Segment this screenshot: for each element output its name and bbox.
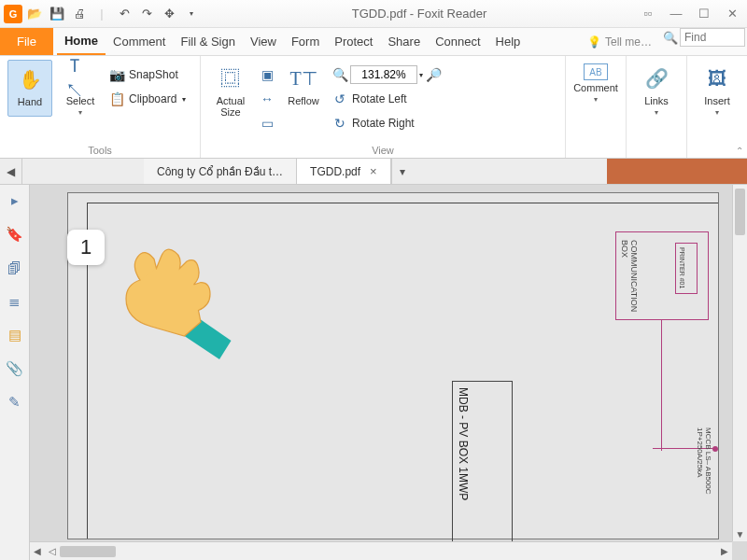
qat-dropdown-icon[interactable]: ▾	[181, 4, 202, 24]
fit-width-button[interactable]: ↔	[259, 88, 275, 110]
rotate-right-button[interactable]: ↻ Rotate Right	[331, 112, 442, 134]
find-box: 🔍	[663, 28, 747, 47]
reflow-button[interactable]: T⊤ Reflow	[281, 60, 326, 134]
comment-button[interactable]: AB Comment ▾	[573, 60, 618, 104]
printer-label: PRINTER #01	[679, 247, 685, 288]
collapse-ribbon-icon[interactable]: ⌃	[736, 146, 743, 156]
tabs-scroll-left[interactable]: ◀	[0, 159, 22, 184]
close-icon[interactable]: ✕	[721, 5, 743, 23]
doc-tab-1-label: Công ty Cổ phần Đầu t…	[157, 165, 283, 178]
tell-me[interactable]: 💡 Tell me…	[582, 28, 657, 55]
rotate-left-button[interactable]: ↺ Rotate Left	[331, 88, 442, 110]
printer-box: PRINTER #01	[675, 243, 698, 294]
search-icon[interactable]: 🔍	[663, 31, 680, 45]
separator: |	[92, 4, 112, 24]
fit-page-button[interactable]: ▣	[259, 63, 275, 86]
scroll-left-icon[interactable]: ◀	[30, 546, 45, 556]
scroll-left2-icon[interactable]: ◁	[45, 546, 60, 556]
fit-visible-icon: ▭	[259, 116, 275, 131]
orange-strip	[607, 159, 747, 184]
redo-icon[interactable]: ↷	[136, 4, 157, 24]
chevron-down-icon[interactable]: ▾	[419, 71, 423, 79]
camera-icon: 📷	[108, 67, 125, 82]
hand-tool-button[interactable]: ✋ Hand	[7, 60, 52, 117]
open-icon[interactable]: 📂	[24, 4, 45, 24]
print-icon[interactable]: 🖨	[69, 4, 90, 24]
vscroll-thumb[interactable]	[735, 189, 745, 235]
tab-form[interactable]: Form	[284, 28, 327, 55]
comments-icon[interactable]: ▤	[5, 325, 25, 345]
tab-home[interactable]: Home	[57, 28, 106, 55]
insert-icon: 🖼	[702, 63, 732, 93]
chevron-down-icon: ▾	[715, 108, 719, 117]
rotate-right-icon: ↻	[331, 116, 348, 131]
doc-tab-2-label: TGDD.pdf	[310, 165, 360, 178]
doc-tab-1[interactable]: Công ty Cổ phần Đầu t…	[144, 159, 297, 184]
tab-share[interactable]: Share	[380, 28, 428, 55]
file-menu[interactable]: File	[0, 28, 53, 55]
signatures-icon[interactable]: ✎	[5, 392, 25, 413]
ribbon-group-view: ⿴ Actual Size ▣ ↔ ▭ T⊤ Reflow 🔍 ▾ 🔎	[201, 56, 566, 158]
attachments-icon[interactable]: 📎	[5, 358, 25, 379]
zoom-out-icon[interactable]: 🔍	[331, 67, 348, 82]
insert-button[interactable]: 🖼 Insert ▾	[695, 60, 740, 117]
document-view[interactable]: COMMUNICATION BOX PRINTER #01 MDB - PV B…	[30, 185, 747, 560]
hscroll-thumb[interactable]	[60, 546, 116, 557]
scroll-down-icon[interactable]: ▼	[733, 526, 747, 541]
zoom-input[interactable]	[350, 65, 417, 84]
hand-label: Hand	[18, 96, 42, 107]
select-tool-button[interactable]: Ｔ↖ Select ▾	[58, 60, 103, 117]
tell-me-label: Tell me…	[605, 35, 652, 49]
snapshot-button[interactable]: 📷 SnapShot	[108, 63, 186, 86]
app-icon: G	[4, 5, 22, 23]
pages-icon[interactable]: 🗐	[5, 258, 25, 278]
tab-comment[interactable]: Comment	[106, 28, 173, 55]
rotate-left-label: Rotate Left	[352, 92, 407, 105]
actual-size-button[interactable]: ⿴ Actual Size	[208, 60, 253, 134]
horizontal-scrollbar[interactable]: ◀ ◁ ▶	[30, 541, 732, 560]
menu-bar: File Home Comment Fill & Sign View Form …	[0, 28, 747, 56]
tab-view[interactable]: View	[243, 28, 284, 55]
layers-icon[interactable]: ≣	[5, 291, 25, 312]
ribbon-group-links: 🔗 Links ▾	[627, 56, 687, 158]
callout-number: 1	[67, 230, 105, 265]
doc-tab-2[interactable]: TGDD.pdf ×	[297, 159, 391, 184]
zoom-control: 🔍 ▾ 🔎	[331, 63, 442, 86]
vertical-scrollbar[interactable]: ▲ ▼	[732, 185, 747, 541]
drawing: COMMUNICATION BOX PRINTER #01 MDB - PV B…	[87, 203, 718, 539]
links-button[interactable]: 🔗 Links ▾	[634, 60, 679, 117]
window-title: TGDD.pdf - Foxit Reader	[202, 7, 637, 21]
tab-protect[interactable]: Protect	[327, 28, 380, 55]
ribbon-group-tools: ✋ Hand Ｔ↖ Select ▾ 📷 SnapShot 📋 Clipboar…	[0, 56, 201, 158]
chevron-down-icon: ▾	[655, 108, 658, 117]
save-icon[interactable]: 💾	[47, 4, 67, 24]
skin-icon[interactable]: ▫▫	[637, 5, 659, 23]
lightbulb-icon: 💡	[587, 35, 601, 49]
fit-page-icon: ▣	[259, 67, 275, 82]
undo-icon[interactable]: ↶	[114, 4, 134, 24]
find-input[interactable]	[680, 28, 745, 47]
clipboard-button[interactable]: 📋 Clipboard ▾	[108, 88, 186, 110]
tab-help[interactable]: Help	[488, 28, 529, 55]
insert-label: Insert	[704, 95, 730, 106]
scroll-right-icon[interactable]: ▶	[717, 546, 732, 556]
fit-visible-button[interactable]: ▭	[259, 112, 275, 134]
ribbon-group-insert: 🖼 Insert ▾	[687, 56, 747, 158]
expand-panel-icon[interactable]: ▸	[5, 190, 25, 211]
link-icon: 🔗	[641, 63, 671, 93]
view-group-label: View	[208, 143, 557, 156]
zoom-in-icon[interactable]: 🔎	[425, 67, 442, 82]
close-tab-icon[interactable]: ×	[370, 164, 377, 178]
tab-connect[interactable]: Connect	[428, 28, 487, 55]
document-tab-strip: ◀ Công ty Cổ phần Đầu t… TGDD.pdf × ▾	[0, 159, 747, 185]
maximize-icon[interactable]: ☐	[693, 5, 715, 23]
reflow-label: Reflow	[288, 95, 319, 106]
tab-fill-sign[interactable]: Fill & Sign	[173, 28, 243, 55]
tabs-overflow-icon[interactable]: ▾	[391, 159, 414, 184]
bookmarks-icon[interactable]: 🔖	[5, 224, 25, 245]
minimize-icon[interactable]: —	[665, 5, 687, 23]
select-label: Select	[66, 95, 95, 106]
reflow-icon: T⊤	[289, 63, 318, 93]
clipboard-label: Clipboard	[129, 92, 176, 105]
qat-tool-icon[interactable]: ✥	[159, 4, 179, 24]
